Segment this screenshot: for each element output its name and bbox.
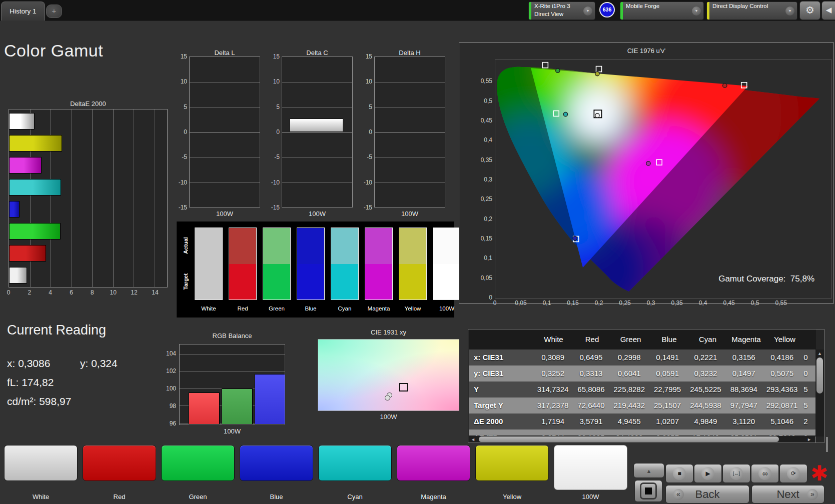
axis-tick-label: -10 [360, 179, 372, 186]
table-row: Target Y317,237872,6440219,443225,150724… [469, 398, 816, 414]
measured-red [723, 84, 727, 88]
slide-yellow[interactable] [475, 445, 549, 481]
axis-tick-label: 0,2 [595, 300, 603, 306]
axis-tick-label: 100 [156, 385, 176, 392]
target-color [433, 264, 460, 300]
bar-100w [290, 118, 343, 132]
axis-tick-label: 0,35 [671, 300, 682, 306]
table-cell: 0,1497 [725, 366, 763, 382]
axis-tick-label: -5 [360, 154, 372, 160]
scroll-up-arrow[interactable]: ▲ [815, 351, 824, 356]
settings-button[interactable]: ⚙ [799, 1, 820, 20]
continuous-button[interactable]: ∞ [751, 464, 779, 483]
table-cell: 25,1507 [648, 398, 686, 414]
table-cell: 3,1120 [725, 414, 763, 430]
table-row: ΔE 20001,71943,57914,94551,02074,98493,1… [469, 414, 816, 430]
table-cell-clipped: 5 [801, 382, 816, 398]
rgb-balance-title: RGB Balance [179, 332, 285, 340]
expand-patch-button[interactable]: ▲ [633, 463, 664, 478]
swatch-label-row: WhiteRedGreenBlueCyanMagentaYellow100W [194, 306, 461, 312]
play-button[interactable]: ▶ [694, 464, 722, 483]
collapse-panel-button[interactable]: ◀ [821, 1, 835, 20]
scroll-thumb[interactable] [816, 358, 823, 394]
table-cell-clipped: 0 [801, 350, 816, 366]
table-hscrollbar: ◄► [469, 436, 815, 443]
swatch-magenta [365, 228, 393, 300]
gridline [190, 157, 260, 158]
axis-tick-label: -15 [268, 204, 280, 211]
table-header-row: WhiteRedGreenBlueCyanMagentaYellow [469, 330, 816, 350]
table-cell: 0,4186 [763, 350, 801, 366]
axis-tick-label: 0,55 [775, 300, 786, 306]
axis-tick-label: 0,2 [472, 216, 492, 222]
gridline [190, 82, 260, 82]
gamut-coverage-label: Gamut Coverage: [718, 274, 785, 284]
scroll-left-arrow[interactable]: ◄ [471, 437, 475, 442]
chevron-down-icon: ▼ [785, 6, 794, 16]
axis-tick-label: 0 [268, 128, 280, 136]
patch-window-button[interactable] [634, 480, 662, 502]
step-button[interactable]: [↔] [722, 464, 750, 483]
back-button[interactable]: « Back [665, 485, 749, 504]
transport-controls: ■▶[↔]∞⟳ [665, 464, 807, 483]
measurement-table: WhiteRedGreenBlueCyanMagentaYellowx: CIE… [468, 329, 824, 443]
source-accent-bar [620, 2, 623, 20]
plot-area [374, 56, 445, 208]
stop-button[interactable]: ■ [665, 464, 693, 483]
table-cell: 0,5075 [763, 366, 801, 382]
slide-label: Yellow [475, 493, 549, 500]
actual-color [433, 228, 460, 264]
scroll-thumb[interactable] [479, 436, 779, 442]
slide-white[interactable] [4, 445, 78, 481]
table-cell: 219,4432 [610, 398, 648, 414]
meter-dropdown[interactable]: X-Rite i1Pro 3 Direct View ▼ [528, 2, 595, 20]
swatch-blue [297, 228, 325, 300]
bar-100w [9, 113, 35, 130]
add-tab-button[interactable]: + [46, 4, 62, 18]
table-cell: 0,2998 [610, 350, 648, 366]
swatch-label: Red [228, 306, 257, 312]
actual-color [263, 228, 290, 264]
actual-color [229, 228, 256, 264]
slide-100w[interactable] [554, 445, 627, 490]
table-cell: 65,8086 [572, 382, 610, 398]
delta-charts-row: Delta L151050-5-10-15100WDelta C151050-5… [175, 0, 455, 225]
axis-tick-label: 5 [268, 104, 280, 110]
measured-white [595, 114, 599, 118]
column-header: Yellow [765, 330, 804, 350]
table-cell: 4,9455 [610, 414, 648, 430]
tab-history-1[interactable]: History 1 [1, 2, 45, 20]
slide-cyan[interactable] [318, 445, 392, 481]
axis-tick-label: 0,1 [543, 300, 551, 306]
bar-magenta [9, 157, 42, 174]
cie1976-panel: CIE 1976 u'v' 0,550,50,450,40,350,30,250… [459, 42, 834, 304]
chevron-down-icon: ▼ [692, 6, 701, 16]
axis-tick-label: 8 [91, 289, 94, 296]
slide-red[interactable] [83, 445, 156, 481]
axis-tick-label: 0 [7, 289, 11, 296]
table-cell: 0,6041 [610, 366, 648, 382]
cie1931-x-label: 100W [318, 413, 459, 420]
axis-tick-label: -10 [175, 179, 187, 186]
table-cell-clipped: 5 [801, 398, 816, 414]
target-color [263, 264, 290, 300]
axis-tick-label: 15 [175, 53, 187, 60]
bar-blue [9, 201, 20, 218]
scroll-right-arrow[interactable]: ► [807, 437, 811, 442]
slide-magenta[interactable] [397, 445, 470, 481]
gridline [282, 82, 352, 82]
slide-green[interactable] [161, 445, 235, 481]
table-cell: 292,0871 [763, 398, 801, 414]
next-button[interactable]: Next » [751, 485, 824, 504]
display-control-name: Direct Display Control [712, 3, 768, 9]
gridline [180, 354, 285, 354]
repeat-button[interactable]: ⟳ [779, 464, 807, 483]
gamut-coverage-value: 75,8% [790, 274, 814, 284]
display-control-dropdown[interactable]: Direct Display Control ▼ [706, 2, 797, 20]
axis-tick-label: 14 [152, 289, 158, 296]
row-label: Y [469, 382, 534, 398]
chart-delta_l: Delta L151050-5-10-15100W [175, 49, 262, 222]
stop-icon: ■ [673, 467, 686, 480]
slide-blue[interactable] [240, 445, 313, 481]
source-dropdown[interactable]: Mobile Forge ▼ [620, 2, 704, 20]
